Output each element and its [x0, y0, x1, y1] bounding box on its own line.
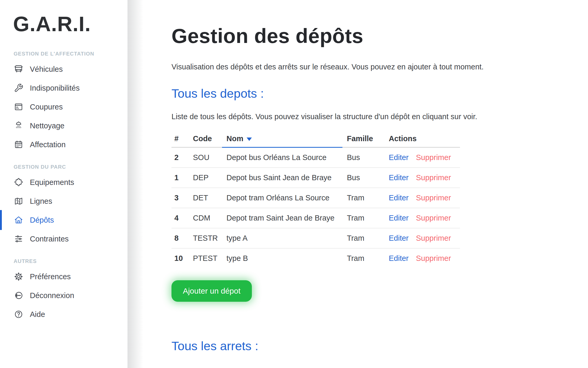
cell-famille: Tram	[342, 188, 384, 208]
main-content: Gestion des dépôts Visualisation des dép…	[127, 0, 588, 368]
wrench-icon	[14, 83, 24, 93]
table-row: 10PTESTtype BTramEditerSupprimer	[171, 249, 460, 268]
cell-code: CDM	[188, 208, 222, 228]
nav-section-label: GESTION DU PARC	[0, 161, 127, 173]
column-header-famille: Famille	[342, 130, 384, 148]
table-row: 8TESTRtype ATramEditerSupprimer	[171, 228, 460, 249]
sidebar-item-label: Préférences	[30, 272, 71, 281]
cell-nom: type A	[222, 228, 342, 248]
sidebar-item-label: Equipements	[30, 178, 74, 187]
column-header-label: Famille	[347, 134, 373, 143]
depots-section-heading: Tous les depots :	[171, 86, 588, 101]
sidebar-item-preferences[interactable]: Préférences	[0, 267, 127, 286]
sidebar-item-deconnexion[interactable]: Déconnexion	[0, 286, 127, 305]
column-header-actions: Actions	[384, 130, 460, 148]
column-header-actions: Actions	[298, 363, 380, 368]
cell-num: 8	[171, 228, 188, 248]
sidebar-item-equipements[interactable]: Equipements	[0, 173, 127, 192]
cell-nom: type B	[222, 249, 342, 268]
column-header-num: #	[171, 130, 188, 148]
cell-num: 2	[171, 148, 188, 167]
sidebar-item-nettoyage[interactable]: Nettoyage	[0, 116, 127, 135]
column-header-code: Code	[188, 130, 222, 148]
delete-link[interactable]: Supprimer	[416, 173, 451, 182]
cell-famille: Bus	[342, 168, 384, 188]
cell-num: 10	[171, 249, 188, 268]
help-icon	[14, 309, 24, 319]
edit-link[interactable]: Editer	[389, 234, 409, 243]
journal-icon	[14, 102, 24, 112]
cell-code: PTEST	[188, 249, 222, 268]
nav-section-label: GESTION DE L'AFFECTATION	[0, 48, 127, 60]
table-header-row: #CodeLibelleActions	[171, 363, 380, 368]
add-depot-button[interactable]: Ajouter un dépot	[171, 280, 252, 302]
cell-famille: Tram	[342, 228, 384, 248]
sidebar-item-indisponibilites[interactable]: Indisponibilités	[0, 79, 127, 97]
arrets-section-heading: Tous les arrets :	[171, 339, 588, 353]
sidebar-item-contraintes[interactable]: Contraintes	[0, 229, 127, 248]
cell-actions: EditerSupprimer	[384, 168, 460, 188]
sidebar-item-label: Aide	[30, 310, 45, 319]
cell-num: 3	[171, 188, 188, 208]
edit-link[interactable]: Editer	[389, 194, 409, 202]
shower-icon	[14, 121, 24, 131]
sidebar-item-vehicules[interactable]: Véhicules	[0, 60, 127, 79]
sidebar-item-label: Véhicules	[30, 65, 63, 74]
logout-icon	[14, 290, 24, 300]
delete-link[interactable]: Supprimer	[416, 194, 451, 202]
column-header-libelle: Libelle	[217, 363, 298, 368]
delete-link[interactable]: Supprimer	[416, 234, 451, 243]
table-row: 1DEPDepot bus Saint Jean de BrayeBusEdit…	[171, 168, 460, 188]
map-icon	[14, 196, 24, 206]
nav-section-label: AUTRES	[0, 255, 127, 267]
home-icon	[14, 215, 24, 225]
sidebar-item-depots[interactable]: Dépôts	[0, 211, 127, 229]
sidebar-item-label: Lignes	[30, 197, 52, 206]
edit-link[interactable]: Editer	[389, 214, 409, 222]
cell-famille: Bus	[342, 148, 384, 167]
app-logo: G.A.R.I.	[0, 9, 127, 39]
column-header-label: Nom	[226, 134, 243, 143]
puzzle-icon	[14, 177, 24, 187]
cell-actions: EditerSupprimer	[384, 188, 460, 208]
sidebar-item-label: Dépôts	[30, 216, 54, 224]
edit-link[interactable]: Editer	[389, 173, 409, 182]
bus-icon	[14, 64, 24, 74]
delete-link[interactable]: Supprimer	[416, 214, 451, 222]
sidebar-item-lignes[interactable]: Lignes	[0, 192, 127, 211]
cell-actions: EditerSupprimer	[384, 148, 460, 167]
sidebar: G.A.R.I. GESTION DE L'AFFECTATIONVéhicul…	[0, 0, 127, 368]
table-row: 2SOUDepot bus Orléans La SourceBusEditer…	[171, 148, 460, 168]
edit-link[interactable]: Editer	[389, 153, 409, 162]
sidebar-item-coupures[interactable]: Coupures	[0, 97, 127, 116]
depots-section-description: Liste de tous les dépôts. Vous pouvez vi…	[171, 112, 588, 121]
cell-code: TESTR	[188, 228, 222, 248]
column-header-label: #	[174, 134, 179, 143]
depots-table: #CodeNomFamilleActions2SOUDepot bus Orlé…	[171, 130, 460, 268]
column-header-code: Code	[188, 363, 217, 368]
cell-actions: EditerSupprimer	[384, 208, 460, 228]
page-subtitle: Visualisation des dépôts et des arrêts s…	[171, 62, 588, 71]
cell-code: SOU	[188, 148, 222, 167]
column-header-nom[interactable]: Nom	[222, 130, 342, 148]
delete-link[interactable]: Supprimer	[416, 153, 451, 162]
sidebar-item-label: Coupures	[30, 103, 63, 111]
cell-code: DET	[188, 188, 222, 208]
sidebar-item-aide[interactable]: Aide	[0, 305, 127, 324]
cell-nom: Depot bus Orléans La Source	[222, 148, 342, 167]
page-title: Gestion des dépôts	[171, 24, 588, 48]
arrets-table: #CodeLibelleActions1HAC1Hopital AccueilE…	[171, 363, 380, 368]
gear-icon	[14, 272, 24, 282]
cell-famille: Tram	[342, 208, 384, 228]
cell-nom: Depot tram Orléans La Source	[222, 188, 342, 208]
edit-link[interactable]: Editer	[389, 254, 409, 263]
sidebar-item-label: Déconnexion	[30, 291, 74, 300]
sidebar-nav: GESTION DE L'AFFECTATIONVéhiculesIndispo…	[0, 48, 127, 324]
sidebar-item-label: Affectation	[30, 140, 66, 149]
table-row: 4CDMDepot tram Saint Jean de BrayeTramEd…	[171, 208, 460, 228]
column-header-label: Actions	[389, 134, 417, 143]
delete-link[interactable]: Supprimer	[416, 254, 451, 263]
sidebar-item-affectation[interactable]: Affectation	[0, 135, 127, 154]
cell-famille: Tram	[342, 249, 384, 268]
cell-actions: EditerSupprimer	[384, 228, 460, 248]
